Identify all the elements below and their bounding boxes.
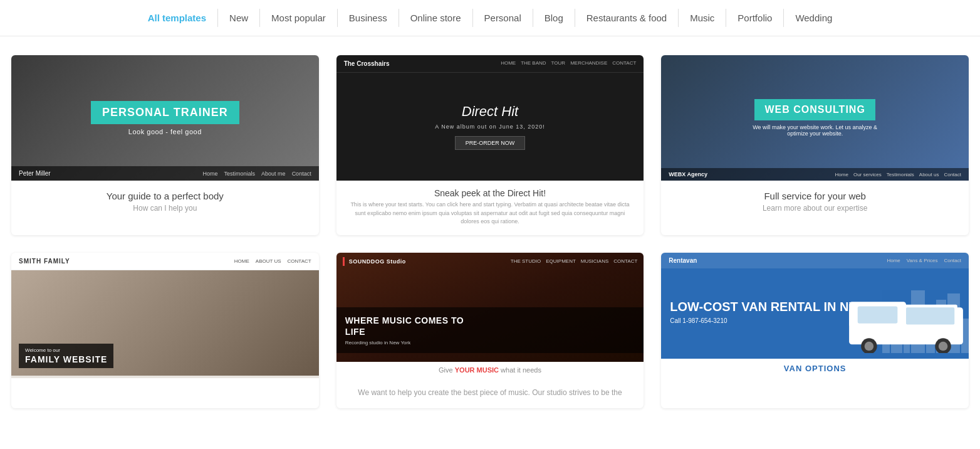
sd-footer-title: Give YOUR MUSIC what it needs [343, 366, 638, 374]
pt-site-name: Peter Miller [19, 170, 51, 177]
pt-nav: Home Testimonials About me Contact [203, 171, 311, 177]
svg-rect-2 [858, 306, 898, 323]
card-subtitle: This is where your text starts. You can … [347, 201, 634, 226]
pt-overlay-subtitle: Look good - feel good [128, 128, 202, 135]
rv-nav: Home Vans & Prices Contact [887, 258, 961, 263]
nav-item-most-popular[interactable]: Most popular [260, 9, 338, 27]
dh-nav: HOME THE BAND TOUR MERCHANDISE CONTACT [501, 60, 636, 67]
template-grid: PERSONAL TRAINER Look good - feel good P… [0, 36, 980, 427]
nav-item-all-templates[interactable]: All templates [137, 9, 218, 27]
rv-logo: Rentavan [669, 257, 697, 264]
svg-rect-8 [906, 307, 954, 324]
nav-item-music[interactable]: Music [679, 9, 726, 27]
nav-item-wedding[interactable]: Wedding [784, 9, 843, 27]
sf-logo: SMITH FAMILY [19, 258, 70, 265]
nav-item-portfolio[interactable]: Portfolio [726, 9, 784, 27]
sd-recording-text: Recording studio in New York [345, 340, 635, 346]
card-direct-hit[interactable]: The Crosshairs HOME THE BAND TOUR MERCHA… [336, 55, 644, 235]
rv-footer-cta[interactable]: VAN OPTIONS [670, 364, 960, 373]
nav-item-personal[interactable]: Personal [473, 9, 533, 27]
card-title: Your guide to a perfect body [20, 191, 310, 201]
card-title: Sneak peek at the Direct Hit! [347, 188, 634, 198]
card-sounddog-studio[interactable]: SOUNDDOG Studio THE STUDIO EQUIPMENT MUS… [336, 253, 644, 408]
svg-point-6 [939, 341, 948, 351]
card-subtitle: How can I help you [20, 204, 310, 213]
dh-release: A New album out on June 13, 2020! [435, 124, 545, 130]
card-subtitle: Learn more about our expertise [670, 204, 960, 213]
nav-item-blog[interactable]: Blog [533, 9, 575, 27]
pt-overlay-title: PERSONAL TRAINER [91, 101, 239, 124]
sf-headline: FAMILY WEBSITE [25, 354, 107, 364]
card-rentavan[interactable]: Rentavan Home Vans & Prices Contact LOW-… [661, 253, 969, 408]
sf-welcome: Welcome to our [25, 347, 107, 353]
van-illustration [843, 290, 969, 353]
wc-site-name: WEBX Agency [669, 171, 707, 177]
dh-band-name: Direct Hit [462, 103, 518, 120]
wc-overlay-title: WEB CONSULTING [754, 99, 875, 120]
card-personal-trainer[interactable]: PERSONAL TRAINER Look good - feel good P… [11, 55, 319, 235]
dh-logo: The Crosshairs [344, 60, 390, 67]
nav-item-restaurants-&-food[interactable]: Restaurants & food [575, 9, 679, 27]
dh-cta-button[interactable]: PRE-ORDER NOW [455, 136, 526, 150]
sd-logo: SOUNDDOG Studio [343, 257, 406, 266]
sd-headline: WHERE MUSIC COMES TO LIFE [345, 315, 635, 337]
navigation-bar: All templatesNewMost popularBusinessOnli… [0, 0, 980, 36]
svg-point-4 [865, 341, 874, 351]
wc-overlay-subtitle: We will make your website work. Let us a… [753, 124, 878, 137]
wc-nav: Home Our services Testimonials About us … [835, 172, 961, 177]
sf-nav: HOME ABOUT US CONTACT [234, 258, 311, 264]
nav-item-business[interactable]: Business [338, 9, 399, 27]
sd-nav: THE STUDIO EQUIPMENT MUSICIANS CONTACT [511, 258, 638, 264]
card-title: Full service for your web [670, 191, 960, 201]
card-subtitle: We want to help you create the best piec… [345, 388, 635, 397]
nav-item-new[interactable]: New [218, 9, 260, 27]
card-web-consulting[interactable]: WEB CONSULTING We will make your website… [661, 55, 969, 235]
nav-item-online-store[interactable]: Online store [399, 9, 473, 27]
card-smith-family[interactable]: SMITH FAMILY HOME ABOUT US CONTACT Welco… [11, 253, 319, 408]
